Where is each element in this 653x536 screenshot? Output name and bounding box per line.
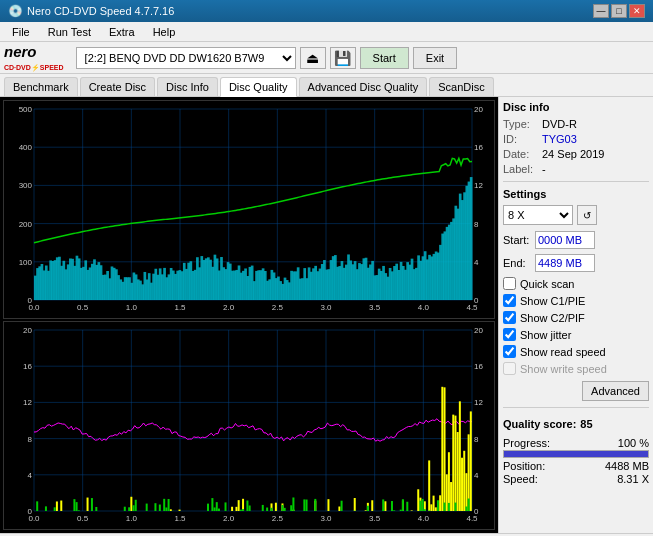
- progress-section: Progress: 100 % Position: 4488 MB Speed:…: [503, 437, 649, 486]
- label-value: -: [542, 163, 546, 175]
- progress-value: 100 %: [618, 437, 649, 449]
- show-jitter-label: Show jitter: [520, 329, 571, 341]
- show-c1pie-checkbox[interactable]: [503, 294, 516, 307]
- disc-type-row: Type: DVD-R: [503, 118, 649, 130]
- date-value: 24 Sep 2019: [542, 148, 604, 160]
- quick-scan-checkbox[interactable]: [503, 277, 516, 290]
- speed-row: 8 X ↺: [503, 205, 649, 225]
- chart-pi-failures: [3, 321, 495, 530]
- menu-bar: File Run Test Extra Help: [0, 22, 653, 42]
- tab-disc-quality[interactable]: Disc Quality: [220, 77, 297, 97]
- charts-area: [0, 97, 498, 533]
- start-mb-input[interactable]: [535, 231, 595, 249]
- speed-label: Speed:: [503, 473, 538, 485]
- show-write-speed-row: Show write speed: [503, 362, 649, 375]
- close-button[interactable]: ✕: [629, 4, 645, 18]
- show-c2pif-row: Show C2/PIF: [503, 311, 649, 324]
- tab-advanced-disc-quality[interactable]: Advanced Disc Quality: [299, 77, 428, 96]
- main-content: Disc info Type: DVD-R ID: TYG03 Date: 24…: [0, 97, 653, 533]
- end-mb-input[interactable]: [535, 254, 595, 272]
- right-panel: Disc info Type: DVD-R ID: TYG03 Date: 24…: [498, 97, 653, 533]
- date-label: Date:: [503, 148, 538, 160]
- show-write-speed-label: Show write speed: [520, 363, 607, 375]
- chart2-canvas: [4, 322, 494, 529]
- show-write-speed-checkbox: [503, 362, 516, 375]
- position-row: Position: 4488 MB: [503, 460, 649, 472]
- tab-benchmark[interactable]: Benchmark: [4, 77, 78, 96]
- id-value: TYG03: [542, 133, 577, 145]
- logo-subtitle: CD·DVD⚡SPEED: [4, 64, 64, 71]
- end-mb-label: End:: [503, 257, 531, 269]
- title-bar: 💿 Nero CD-DVD Speed 4.7.7.16 — □ ✕: [0, 0, 653, 22]
- menu-file[interactable]: File: [4, 24, 38, 40]
- settings-title: Settings: [503, 188, 649, 200]
- toolbar: nero CD·DVD⚡SPEED [2:2] BENQ DVD DD DW16…: [0, 42, 653, 74]
- disc-id-row: ID: TYG03: [503, 133, 649, 145]
- show-read-speed-row: Show read speed: [503, 345, 649, 358]
- settings-icon-btn[interactable]: ↺: [577, 205, 597, 225]
- tab-disc-info[interactable]: Disc Info: [157, 77, 218, 96]
- logo-nero: nero: [4, 43, 37, 60]
- show-c1pie-row: Show C1/PIE: [503, 294, 649, 307]
- exit-button[interactable]: Exit: [413, 47, 457, 69]
- start-mb-label: Start:: [503, 234, 531, 246]
- disc-label-row: Label: -: [503, 163, 649, 175]
- tab-bar: Benchmark Create Disc Disc Info Disc Qua…: [0, 74, 653, 97]
- maximize-button[interactable]: □: [611, 4, 627, 18]
- start-mb-row: Start:: [503, 231, 649, 249]
- menu-help[interactable]: Help: [145, 24, 184, 40]
- speed-row-progress: Speed: 8.31 X: [503, 473, 649, 485]
- tab-scan-disc[interactable]: ScanDisc: [429, 77, 493, 96]
- app-icon: 💿: [8, 4, 23, 18]
- show-read-speed-label: Show read speed: [520, 346, 606, 358]
- type-value: DVD-R: [542, 118, 577, 130]
- progress-row: Progress: 100 %: [503, 437, 649, 449]
- chart1-canvas: [4, 101, 494, 318]
- type-label: Type:: [503, 118, 538, 130]
- eject-button[interactable]: ⏏: [300, 47, 326, 69]
- label-label: Label:: [503, 163, 538, 175]
- window-title: Nero CD-DVD Speed 4.7.7.16: [27, 5, 174, 17]
- quality-score-label: Quality score:: [503, 418, 576, 430]
- tab-create-disc[interactable]: Create Disc: [80, 77, 155, 96]
- speed-value: 8.31 X: [617, 473, 649, 485]
- menu-run-test[interactable]: Run Test: [40, 24, 99, 40]
- quick-scan-row: Quick scan: [503, 277, 649, 290]
- quality-score-row: Quality score: 85: [503, 418, 649, 430]
- show-jitter-row: Show jitter: [503, 328, 649, 341]
- advanced-button[interactable]: Advanced: [582, 381, 649, 401]
- window-controls: — □ ✕: [593, 4, 645, 18]
- position-value: 4488 MB: [605, 460, 649, 472]
- progress-label: Progress:: [503, 437, 550, 449]
- quick-scan-label: Quick scan: [520, 278, 574, 290]
- logo: nero CD·DVD⚡SPEED: [4, 43, 64, 72]
- show-c2pif-checkbox[interactable]: [503, 311, 516, 324]
- show-jitter-checkbox[interactable]: [503, 328, 516, 341]
- end-mb-row: End:: [503, 254, 649, 272]
- progress-bar-inner: [504, 451, 648, 457]
- menu-extra[interactable]: Extra: [101, 24, 143, 40]
- disc-info-title: Disc info: [503, 101, 649, 113]
- drive-selector[interactable]: [2:2] BENQ DVD DD DW1620 B7W9: [76, 47, 296, 69]
- start-button[interactable]: Start: [360, 47, 409, 69]
- disc-date-row: Date: 24 Sep 2019: [503, 148, 649, 160]
- save-button[interactable]: 💾: [330, 47, 356, 69]
- position-label: Position:: [503, 460, 545, 472]
- quality-score-value: 85: [580, 418, 592, 430]
- progress-bar-outer: [503, 450, 649, 458]
- chart-pi-errors: [3, 100, 495, 319]
- show-read-speed-checkbox[interactable]: [503, 345, 516, 358]
- show-c2pif-label: Show C2/PIF: [520, 312, 585, 324]
- speed-select[interactable]: 8 X: [503, 205, 573, 225]
- id-label: ID:: [503, 133, 538, 145]
- show-c1pie-label: Show C1/PIE: [520, 295, 585, 307]
- minimize-button[interactable]: —: [593, 4, 609, 18]
